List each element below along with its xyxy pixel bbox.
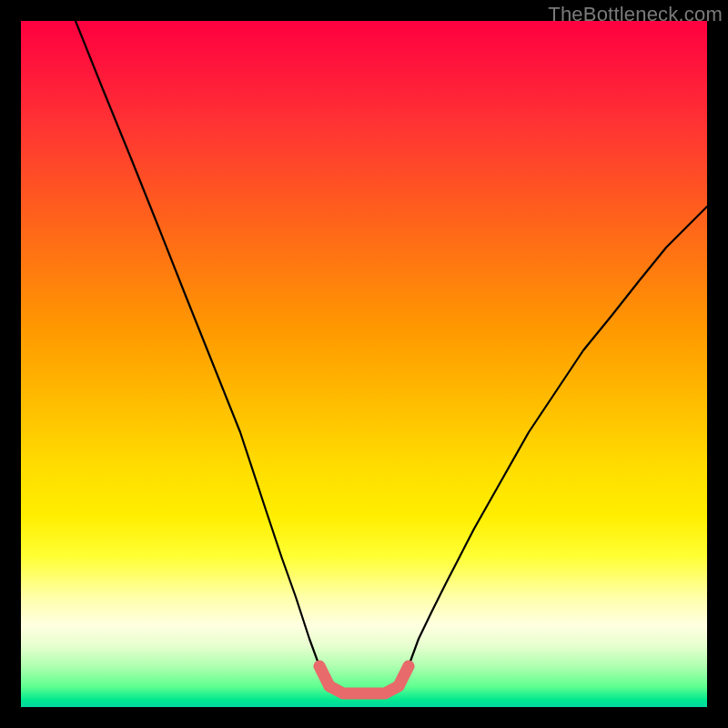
chart-svg (21, 21, 707, 707)
optimal-zone-highlight (319, 666, 409, 693)
chart-container: TheBottleneck.com (0, 0, 728, 728)
bottleneck-curve (76, 21, 707, 693)
watermark-label: TheBottleneck.com (548, 3, 723, 26)
plot-area (21, 21, 707, 707)
